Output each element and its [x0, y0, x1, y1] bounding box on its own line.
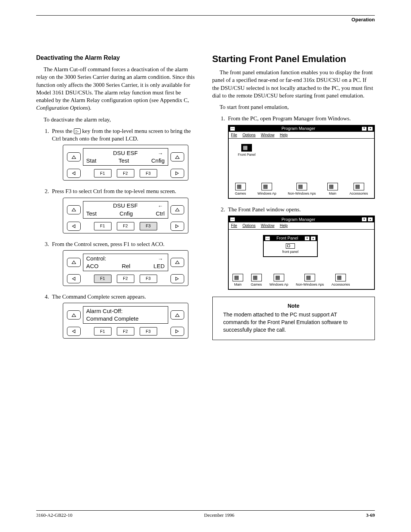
f2-key[interactable]: F2	[117, 169, 134, 177]
right-lead-in: To start front panel emulation,	[212, 103, 375, 111]
sub-minimize-icon[interactable]: ▾	[304, 236, 310, 241]
right-step-2: The Front Panel window opens. — Program …	[226, 206, 375, 290]
device-icon[interactable]	[286, 243, 295, 249]
front-panel-group-icon[interactable]: Front Panel	[238, 144, 256, 157]
f1-key[interactable]: F1	[94, 169, 112, 177]
fkey-row: F1 F2 F3	[83, 222, 168, 230]
top-rule	[36, 15, 375, 16]
right-arrow-icon: →	[158, 150, 163, 157]
games-icon[interactable]: Games	[235, 183, 246, 196]
left-step-3: From the Control screen, press F1 to sel…	[51, 240, 199, 286]
minimize-icon[interactable]: ▾	[362, 217, 367, 222]
pm-titlebar: — Program Manager ▾ ▴	[229, 126, 374, 132]
main-icon[interactable]: Main	[327, 183, 338, 196]
f2-key[interactable]: F2	[117, 275, 134, 283]
program-manager-1: — Program Manager ▾ ▴ File Options Windo…	[228, 125, 375, 199]
lead-in: To deactivate the alarm relay,	[36, 116, 199, 123]
windows-apps-icon[interactable]: Windows Ap	[269, 274, 288, 287]
system-menu-icon[interactable]: —	[230, 126, 235, 131]
doc-date: December 1996	[204, 512, 234, 519]
pm-body-2: — Front Panel ▾ ▴ front panel	[229, 230, 374, 289]
page-number: 3-69	[366, 512, 375, 519]
up-button-2[interactable]	[170, 152, 184, 161]
games-icon[interactable]: Games	[251, 274, 262, 287]
right-button[interactable]	[170, 169, 184, 178]
left-arrow-icon: ←	[158, 203, 163, 210]
menu-file[interactable]: File	[231, 133, 237, 138]
accessories-icon[interactable]: Accessories	[331, 274, 350, 287]
left-step-2: Press F3 to select Ctrl from the top-lev…	[51, 187, 199, 233]
sub-system-menu-icon[interactable]: —	[265, 236, 270, 241]
up-button[interactable]	[67, 205, 81, 214]
f3-key[interactable]: F3	[140, 327, 157, 335]
up-button-2[interactable]	[170, 310, 184, 320]
f1-key-selected[interactable]: F1	[94, 275, 112, 283]
minimize-icon[interactable]: ▾	[362, 126, 367, 131]
fkey-row: F1 F2 F3	[83, 275, 168, 283]
left-button[interactable]	[67, 222, 81, 231]
left-button[interactable]	[67, 169, 81, 178]
right-button[interactable]	[170, 222, 184, 231]
two-column-body: Deactivating the Alarm Relay The Alarm C…	[36, 54, 375, 346]
running-head: Operation	[36, 16, 375, 23]
windows-apps-icon[interactable]: Windows Ap	[257, 183, 276, 196]
right-arrow-icon: →	[158, 256, 163, 263]
lcd-4: Alarm Cut-Off: Command Complete F1 F2 F3	[63, 303, 188, 339]
left-step-4: The Command Complete screen appears. Ala…	[51, 293, 199, 339]
up-button[interactable]	[67, 152, 81, 161]
menu-options[interactable]: Options	[242, 133, 255, 138]
left-button[interactable]	[67, 327, 81, 336]
program-manager-2: — Program Manager ▾ ▴ File Options Windo…	[228, 216, 375, 290]
note-body: The modem attached to the PC must suppor…	[223, 311, 364, 334]
right-button[interactable]	[170, 274, 184, 283]
f3-key[interactable]: F3	[140, 169, 157, 177]
pm-titlebar: — Program Manager ▾ ▴	[229, 216, 374, 222]
fkey-row: F1 F2 F3	[83, 169, 168, 177]
right-button[interactable]	[170, 327, 184, 336]
f1-key[interactable]: F1	[94, 222, 112, 230]
lcd-3-screen: Control:→ ACORelLED	[83, 254, 168, 271]
maximize-icon[interactable]: ▴	[368, 126, 373, 131]
left-column: Deactivating the Alarm Relay The Alarm C…	[36, 54, 199, 346]
menu-window[interactable]: Window	[261, 223, 275, 228]
pm-menubar: File Options Window Help	[229, 222, 374, 230]
non-windows-apps-icon[interactable]: Non-Windows Aps	[288, 183, 316, 196]
up-button[interactable]	[67, 310, 81, 320]
note-title: Note	[223, 302, 364, 310]
up-button-2[interactable]	[170, 258, 184, 267]
f1-key[interactable]: F1	[94, 327, 112, 335]
left-steps: Press the ▷ key from the top-level menu …	[36, 127, 199, 339]
doc-id: 3160-A2-GB22-10	[36, 512, 72, 519]
lcd-2-screen: DSU ESF← TestCnfigCtrl	[83, 201, 168, 219]
pm-menubar: File Options Window Help	[229, 132, 374, 139]
system-menu-icon[interactable]: —	[230, 217, 235, 222]
fkey-row: F1 F2 F3	[83, 327, 168, 335]
accessories-icon[interactable]: Accessories	[349, 183, 368, 196]
f3-key[interactable]: F3	[140, 275, 157, 283]
pm-body: Front Panel Games Windows Ap Non-Windows…	[229, 139, 374, 198]
menu-options[interactable]: Options	[242, 223, 255, 228]
right-intro: The front panel emulation function enabl…	[212, 69, 375, 99]
main-icon[interactable]: Main	[233, 274, 243, 287]
f3-key-selected[interactable]: F3	[140, 222, 157, 230]
menu-window[interactable]: Window	[261, 133, 275, 138]
menu-file[interactable]: File	[231, 223, 237, 228]
up-button-2[interactable]	[170, 205, 184, 214]
right-column: Starting Front Panel Emulation The front…	[212, 54, 375, 346]
footer: 3160-A2-GB22-10 December 1996 3-69	[36, 510, 375, 519]
sub-maximize-icon[interactable]: ▴	[311, 236, 316, 241]
f2-key[interactable]: F2	[117, 327, 134, 335]
non-windows-apps-icon[interactable]: Non-Windows Aps	[296, 274, 324, 287]
menu-help[interactable]: Help	[280, 133, 288, 138]
front-panel-window[interactable]: — Front Panel ▾ ▴ front panel	[263, 235, 318, 257]
up-button[interactable]	[67, 258, 81, 267]
right-arrow-key-icon: ▷	[74, 128, 81, 134]
left-button[interactable]	[67, 274, 81, 283]
maximize-icon[interactable]: ▴	[368, 217, 373, 222]
lcd-4-screen: Alarm Cut-Off: Command Complete	[83, 306, 168, 324]
menu-help[interactable]: Help	[280, 223, 288, 228]
left-step-1: Press the ▷ key from the top-level menu …	[51, 127, 199, 181]
f2-key[interactable]: F2	[117, 222, 134, 230]
section-title: Deactivating the Alarm Relay	[36, 54, 199, 62]
lcd-1-screen: DSU ESF→ StatTestCnfig	[83, 148, 168, 166]
